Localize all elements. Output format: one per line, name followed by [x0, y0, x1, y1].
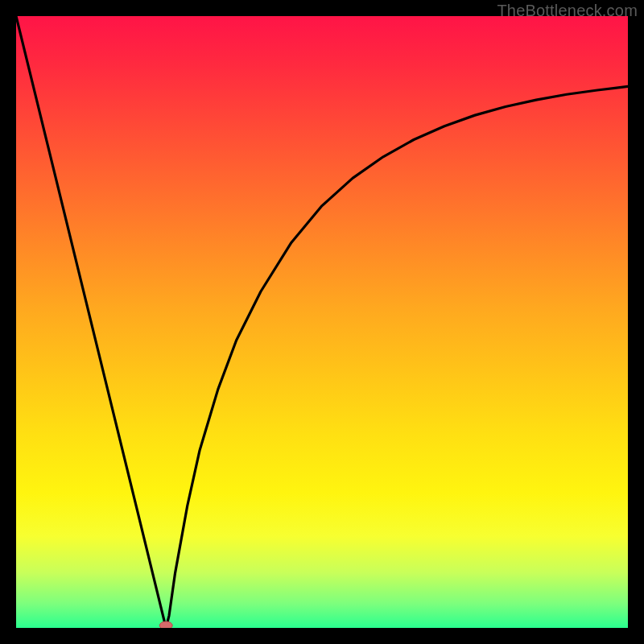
minimum-marker — [159, 621, 172, 628]
bottleneck-chart — [16, 16, 628, 628]
bottleneck-curve — [16, 16, 628, 628]
chart-frame — [16, 16, 628, 628]
watermark-text: TheBottleneck.com — [497, 2, 638, 20]
